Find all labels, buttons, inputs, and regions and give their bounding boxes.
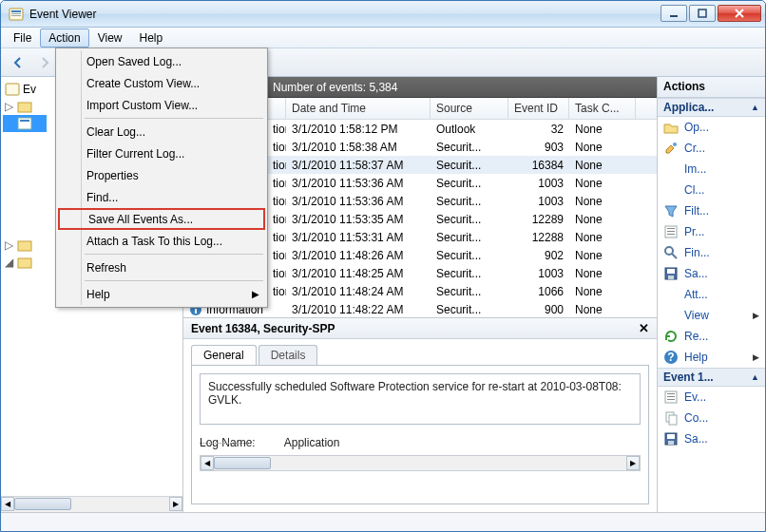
menu-item[interactable]: Save All Events As... xyxy=(58,208,265,230)
cell-date: 3/1/2010 11:48:24 AM xyxy=(286,285,431,298)
scroll-right-icon[interactable]: ▶ xyxy=(626,456,640,470)
forward-button[interactable] xyxy=(33,51,56,74)
menu-item[interactable]: Attach a Task To this Log... xyxy=(58,230,265,252)
tab-details[interactable]: Details xyxy=(259,345,318,365)
action-item[interactable]: Pr... xyxy=(658,221,765,242)
tree-root[interactable]: Ev xyxy=(3,81,47,98)
cell-task: None xyxy=(569,213,636,226)
svg-rect-29 xyxy=(667,399,675,400)
cell-task: None xyxy=(569,177,636,190)
close-button[interactable] xyxy=(718,5,761,22)
svg-rect-23 xyxy=(668,276,674,279)
tab-general[interactable]: General xyxy=(191,345,257,365)
cell-task: None xyxy=(569,231,636,244)
col-task[interactable]: Task C... xyxy=(569,98,636,119)
action-item[interactable]: Im... xyxy=(658,159,765,180)
action-item[interactable]: View▶ xyxy=(658,305,765,326)
cell-date: 3/1/2010 11:53:31 AM xyxy=(286,231,431,244)
statusbar xyxy=(1,512,765,531)
cell-date: 3/1/2010 11:48:26 AM xyxy=(286,249,431,262)
menu-action[interactable]: Action xyxy=(40,28,88,48)
cell-source: Securit... xyxy=(431,195,508,208)
scroll-left-icon[interactable]: ◀ xyxy=(201,456,214,470)
cell-task: None xyxy=(569,195,636,208)
window-title: Event Viewer xyxy=(29,8,661,21)
svg-text:?: ? xyxy=(667,351,674,364)
menu-separator xyxy=(85,280,263,281)
copy-icon xyxy=(663,410,679,426)
actions-section-event[interactable]: Event 1...▲ xyxy=(658,368,765,387)
cell-source: Outlook xyxy=(431,123,508,136)
col-source[interactable]: Source xyxy=(431,98,508,119)
titlebar[interactable]: Event Viewer xyxy=(1,1,765,28)
detail-close-button[interactable]: ✕ xyxy=(639,321,649,335)
actions-section-application[interactable]: Applica...▲ xyxy=(658,98,765,117)
cell-eventid: 1003 xyxy=(508,267,569,280)
menu-separator xyxy=(85,254,263,255)
action-item[interactable]: Co... xyxy=(658,408,765,428)
cell-task: None xyxy=(569,141,636,154)
scroll-left-icon[interactable]: ◀ xyxy=(1,497,14,511)
action-item[interactable]: Att... xyxy=(658,284,765,305)
menu-item[interactable]: Find... xyxy=(58,186,265,208)
detail-hscrollbar[interactable]: ◀ ▶ xyxy=(200,455,641,471)
tree-row[interactable]: ▷ xyxy=(3,98,47,115)
menu-view[interactable]: View xyxy=(89,28,131,48)
minimize-button[interactable] xyxy=(661,5,687,22)
menu-item[interactable]: Refresh xyxy=(58,256,265,278)
props-icon xyxy=(663,390,679,405)
action-item[interactable]: Re... xyxy=(658,326,765,347)
svg-rect-7 xyxy=(18,103,31,112)
event-detail-pane: Event 16384, Security-SPP ✕ General Deta… xyxy=(183,318,657,512)
tree-row[interactable]: ◢ xyxy=(3,254,47,271)
menu-item[interactable]: Clear Log... xyxy=(58,121,265,142)
menu-item[interactable]: Properties xyxy=(58,164,265,186)
cell-date: 3/1/2010 1:58:38 AM xyxy=(286,141,431,154)
action-label: Cr... xyxy=(684,142,705,155)
log-name-label: Log Name: xyxy=(200,436,256,449)
action-label: Sa... xyxy=(684,267,708,280)
app-icon xyxy=(9,7,24,22)
action-item[interactable]: ?Help▶ xyxy=(658,347,765,368)
action-item[interactable]: Filt... xyxy=(658,200,765,221)
tree-hscrollbar[interactable]: ◀ ▶ xyxy=(1,496,182,512)
back-button[interactable] xyxy=(7,51,29,74)
menu-item[interactable]: Filter Current Log... xyxy=(58,142,265,164)
svg-rect-34 xyxy=(668,441,674,445)
scroll-thumb[interactable] xyxy=(14,498,71,510)
col-date[interactable]: Date and Time xyxy=(286,98,431,119)
action-item[interactable]: Fin... xyxy=(658,242,765,263)
menu-item[interactable]: Open Saved Log... xyxy=(58,50,265,72)
menu-file[interactable]: File xyxy=(5,28,40,48)
action-menu-dropdown[interactable]: Open Saved Log...Create Custom View...Im… xyxy=(55,48,268,308)
menu-item[interactable]: Import Custom View... xyxy=(58,94,265,116)
action-item[interactable]: Sa... xyxy=(658,263,765,284)
action-item[interactable]: Op... xyxy=(658,117,765,138)
scroll-right-icon[interactable]: ▶ xyxy=(169,497,182,511)
cell-source: Securit... xyxy=(431,159,508,172)
cell-task: None xyxy=(569,249,636,262)
action-item[interactable]: Cr... xyxy=(658,138,765,159)
action-item[interactable]: Ev... xyxy=(658,387,765,408)
cell-source: Securit... xyxy=(431,249,508,262)
menu-help[interactable]: Help xyxy=(131,28,172,48)
create-icon xyxy=(663,141,679,156)
svg-rect-6 xyxy=(6,84,19,95)
maximize-button[interactable] xyxy=(689,5,716,22)
filter-icon xyxy=(663,203,679,218)
action-label: Sa... xyxy=(684,432,708,446)
tree-row[interactable]: ▷ xyxy=(3,237,47,254)
refresh-icon xyxy=(663,329,679,344)
svg-point-15 xyxy=(673,142,677,146)
menu-item[interactable]: Help▶ xyxy=(58,283,265,305)
log-name-value: Application xyxy=(284,436,340,449)
tree-row-selected[interactable] xyxy=(3,115,47,132)
scroll-thumb[interactable] xyxy=(214,457,271,469)
cell-eventid: 1003 xyxy=(508,177,569,190)
action-item[interactable]: Sa... xyxy=(658,428,765,449)
action-label: Cl... xyxy=(684,183,704,197)
action-label: Re... xyxy=(684,330,708,343)
menu-item[interactable]: Create Custom View... xyxy=(58,72,265,94)
action-item[interactable]: Cl... xyxy=(658,180,765,200)
col-eventid[interactable]: Event ID xyxy=(508,98,569,119)
